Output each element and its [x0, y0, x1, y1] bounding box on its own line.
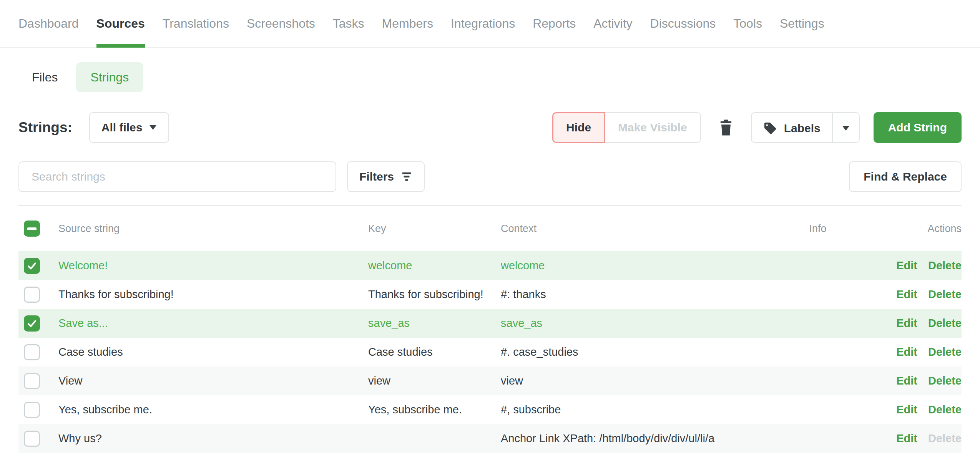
nav-item-tools[interactable]: Tools: [733, 0, 762, 47]
row-checkbox-cell: [18, 402, 58, 418]
context-cell: #. case_studies: [501, 346, 754, 358]
filters-button[interactable]: Filters: [347, 161, 425, 192]
table-row: Thanks for subscribing! Thanks for subsc…: [18, 280, 962, 309]
delete-link[interactable]: Delete: [928, 317, 962, 330]
column-header-context: Context: [501, 223, 754, 235]
table-row: Save as... save_as save_as Edit Delete: [18, 309, 962, 338]
delete-link[interactable]: Delete: [928, 259, 962, 272]
nav-item-tasks[interactable]: Tasks: [333, 0, 364, 47]
row-checkbox[interactable]: [24, 287, 40, 303]
key-cell: view: [368, 375, 501, 387]
edit-link[interactable]: Edit: [896, 259, 917, 272]
page-title: Strings:: [18, 119, 72, 136]
delete-link[interactable]: Delete: [928, 346, 962, 358]
table-row: Welcome! welcome welcome Edit Delete: [18, 251, 962, 280]
context-cell: view: [501, 375, 754, 387]
key-cell: save_as: [368, 317, 501, 330]
table-row: View view view Edit Delete: [18, 366, 962, 395]
actions-cell: Edit Delete: [881, 375, 962, 387]
nav-item-settings[interactable]: Settings: [780, 0, 824, 47]
check-icon: [27, 318, 37, 329]
source-string-cell: View: [58, 375, 368, 387]
actions-cell: Edit Delete: [881, 403, 962, 416]
labels-label: Labels: [784, 122, 821, 135]
row-checkbox-cell: [18, 344, 58, 360]
nav-item-discussions[interactable]: Discussions: [650, 0, 716, 47]
chevron-down-icon: [149, 125, 157, 130]
edit-link[interactable]: Edit: [896, 375, 917, 387]
strings-table: Source string Key Context Info Actions W…: [18, 206, 962, 453]
delete-strings-button[interactable]: [719, 119, 733, 136]
top-nav: DashboardSourcesTranslationsScreenshotsT…: [0, 0, 980, 48]
row-checkbox[interactable]: [24, 258, 40, 274]
edit-link[interactable]: Edit: [896, 403, 917, 416]
select-all-cell: [18, 221, 58, 237]
delete-link[interactable]: Delete: [928, 403, 962, 416]
edit-link[interactable]: Edit: [896, 288, 917, 301]
actions-cell: Edit Delete: [881, 317, 962, 330]
nav-item-screenshots[interactable]: Screenshots: [247, 0, 315, 47]
file-filter-dropdown[interactable]: All files: [89, 112, 169, 143]
labels-button-group: Labels: [751, 112, 860, 143]
view-tabs: Files Strings: [18, 62, 980, 92]
row-checkbox[interactable]: [24, 373, 40, 389]
nav-item-activity[interactable]: Activity: [593, 0, 632, 47]
table-row: Why us? Anchor Link XPath: /html/body/di…: [18, 424, 962, 453]
context-cell: #, subscribe: [501, 403, 754, 416]
labels-button[interactable]: Labels: [752, 113, 833, 143]
context-cell: welcome: [501, 259, 754, 272]
nav-item-reports[interactable]: Reports: [533, 0, 576, 47]
row-checkbox[interactable]: [24, 344, 40, 360]
filters-label: Filters: [359, 170, 394, 183]
search-input[interactable]: [18, 161, 336, 192]
delete-link: Delete: [928, 432, 962, 445]
actions-cell: Edit Delete: [881, 432, 962, 445]
row-checkbox-cell: [18, 287, 58, 303]
key-cell: Thanks for subscribing!: [368, 288, 501, 301]
context-cell: #: thanks: [501, 288, 754, 301]
row-checkbox[interactable]: [24, 402, 40, 418]
key-cell: welcome: [368, 259, 501, 272]
context-cell: save_as: [501, 317, 754, 330]
nav-item-translations[interactable]: Translations: [163, 0, 229, 47]
filter-icon: [401, 171, 412, 182]
source-string-cell: Yes, subscribe me.: [58, 403, 368, 416]
find-replace-button[interactable]: Find & Replace: [849, 161, 962, 192]
trash-icon: [719, 119, 733, 136]
hide-button[interactable]: Hide: [552, 112, 605, 143]
edit-link[interactable]: Edit: [896, 432, 917, 445]
row-checkbox-cell: [18, 431, 58, 447]
row-checkbox-cell: [18, 315, 58, 332]
strings-toolbar: Strings: All files Hide Make Visible Lab…: [18, 112, 962, 143]
select-all-checkbox[interactable]: [24, 221, 40, 237]
edit-link[interactable]: Edit: [896, 317, 917, 330]
tab-files[interactable]: Files: [32, 70, 58, 85]
tab-strings[interactable]: Strings: [76, 62, 144, 92]
chevron-down-icon: [842, 126, 850, 131]
column-header-info: Info: [754, 223, 881, 235]
edit-link[interactable]: Edit: [896, 346, 917, 358]
visibility-button-group: Hide Make Visible: [552, 112, 701, 143]
column-header-source-string: Source string: [58, 223, 368, 235]
file-filter-label: All files: [101, 121, 143, 134]
row-checkbox-cell: [18, 373, 58, 389]
column-header-key: Key: [368, 223, 501, 235]
add-string-button[interactable]: Add String: [874, 112, 962, 143]
indeterminate-icon: [27, 227, 37, 230]
nav-item-integrations[interactable]: Integrations: [451, 0, 515, 47]
nav-item-dashboard[interactable]: Dashboard: [18, 0, 79, 47]
row-checkbox[interactable]: [24, 315, 40, 332]
search-row: Filters Find & Replace: [18, 161, 962, 192]
delete-link[interactable]: Delete: [928, 375, 962, 387]
labels-dropdown-toggle[interactable]: [833, 113, 859, 143]
delete-link[interactable]: Delete: [928, 288, 962, 301]
make-visible-button[interactable]: Make Visible: [605, 112, 701, 143]
nav-item-sources[interactable]: Sources: [96, 0, 145, 47]
source-string-cell: Welcome!: [58, 259, 368, 272]
source-string-cell: Thanks for subscribing!: [58, 288, 368, 301]
actions-cell: Edit Delete: [881, 346, 962, 358]
source-string-cell: Case studies: [58, 346, 368, 358]
nav-item-members[interactable]: Members: [382, 0, 433, 47]
row-checkbox[interactable]: [24, 431, 40, 447]
sources-strings-page: DashboardSourcesTranslationsScreenshotsT…: [0, 0, 980, 456]
